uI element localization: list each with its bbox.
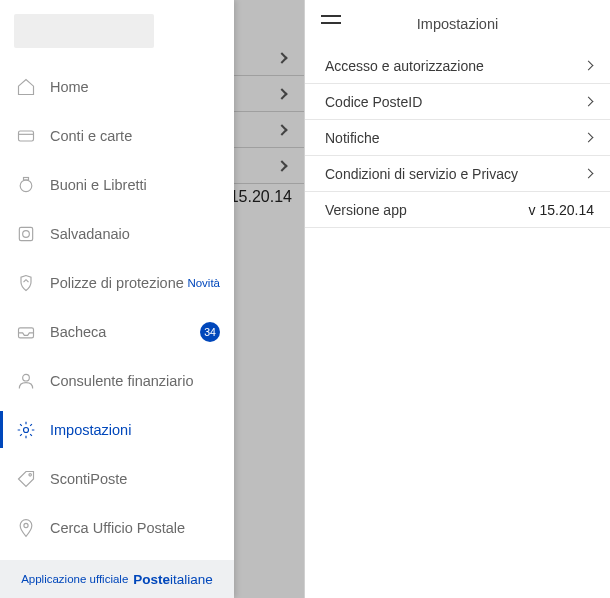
svg-point-2 (20, 180, 32, 192)
settings-row[interactable]: Notifiche (305, 120, 610, 156)
sidebar-item-label: Conti e carte (50, 128, 132, 144)
svg-rect-3 (24, 177, 29, 180)
sidebar-item-label: ScontiPoste (50, 471, 127, 487)
drawer-footer: Applicazione ufficiale Posteitaliane (0, 560, 234, 598)
sidebar-item-piggy[interactable]: Salvadanaio (0, 209, 234, 258)
home-icon (16, 77, 36, 97)
sidebar-item-label: Home (50, 79, 89, 95)
sidebar-item-label: Consulente finanziario (50, 373, 193, 389)
settings-list: Accesso e autorizzazioneCodice PosteIDNo… (305, 48, 610, 228)
settings-header: Impostazioni (305, 0, 610, 48)
footer-text: Applicazione ufficiale (21, 573, 128, 585)
sidebar-item-tag[interactable]: ScontiPoste (0, 454, 234, 503)
settings-row-label: Versione app (325, 202, 407, 218)
drawer-header (0, 0, 234, 62)
navigation-drawer: HomeConti e carteBuoni e LibrettiSalvada… (0, 0, 234, 598)
shield-icon (16, 273, 36, 293)
sidebar-item-jar[interactable]: Buoni e Libretti (0, 160, 234, 209)
settings-row-label: Codice PosteID (325, 94, 422, 110)
svg-point-5 (23, 230, 30, 237)
card-icon (16, 126, 36, 146)
settings-row: Versione appv 15.20.14 (305, 192, 610, 228)
piggy-icon (16, 224, 36, 244)
settings-row[interactable]: Codice PosteID (305, 84, 610, 120)
count-badge: 34 (200, 322, 220, 342)
svg-point-9 (29, 473, 32, 476)
sidebar-item-label: Bacheca (50, 324, 106, 340)
svg-rect-0 (19, 131, 34, 141)
settings-title: Impostazioni (305, 16, 610, 32)
brand-light: italiane (170, 572, 213, 587)
settings-row-label: Condizioni di servizio e Privacy (325, 166, 518, 182)
sidebar-item-inbox[interactable]: Bacheca34 (0, 307, 234, 356)
sidebar-item-home[interactable]: Home (0, 62, 234, 111)
sidebar-item-label: Salvadanaio (50, 226, 130, 242)
sidebar-item-person[interactable]: Consulente finanziario (0, 356, 234, 405)
pin-icon (16, 518, 36, 538)
sidebar-item-card[interactable]: Conti e carte (0, 111, 234, 160)
sidebar-item-label: Polizze di protezione (50, 275, 184, 291)
sidebar-item-gear[interactable]: Impostazioni (0, 405, 234, 454)
svg-point-10 (24, 523, 28, 527)
new-tag: Novità (187, 277, 220, 289)
user-placeholder (14, 14, 154, 48)
brand-bold: Poste (133, 572, 170, 587)
hamburger-icon[interactable] (321, 15, 341, 29)
svg-rect-4 (19, 227, 32, 240)
tag-icon (16, 469, 36, 489)
settings-row[interactable]: Condizioni di servizio e Privacy (305, 156, 610, 192)
svg-point-7 (23, 374, 30, 381)
left-panel: 15.20.14 HomeConti e carteBuoni e Libret… (0, 0, 305, 598)
chevron-right-icon (584, 169, 594, 179)
sidebar-item-shield[interactable]: Polizze di protezioneNovità (0, 258, 234, 307)
settings-row[interactable]: Accesso e autorizzazione (305, 48, 610, 84)
inbox-icon (16, 322, 36, 342)
settings-row-label: Accesso e autorizzazione (325, 58, 484, 74)
chevron-right-icon (584, 133, 594, 143)
chevron-right-icon (584, 61, 594, 71)
svg-point-8 (24, 427, 29, 432)
sidebar-item-label: Cerca Ufficio Postale (50, 520, 185, 536)
settings-row-value: v 15.20.14 (529, 202, 594, 218)
drawer-menu: HomeConti e carteBuoni e LibrettiSalvada… (0, 62, 234, 560)
sidebar-item-pin[interactable]: Cerca Ufficio Postale (0, 503, 234, 552)
settings-row-label: Notifiche (325, 130, 379, 146)
sidebar-item-label: Buoni e Libretti (50, 177, 147, 193)
settings-screen: Impostazioni Accesso e autorizzazioneCod… (305, 0, 610, 598)
person-icon (16, 371, 36, 391)
gear-icon (16, 420, 36, 440)
chevron-right-icon (584, 97, 594, 107)
jar-icon (16, 175, 36, 195)
sidebar-item-label: Impostazioni (50, 422, 131, 438)
